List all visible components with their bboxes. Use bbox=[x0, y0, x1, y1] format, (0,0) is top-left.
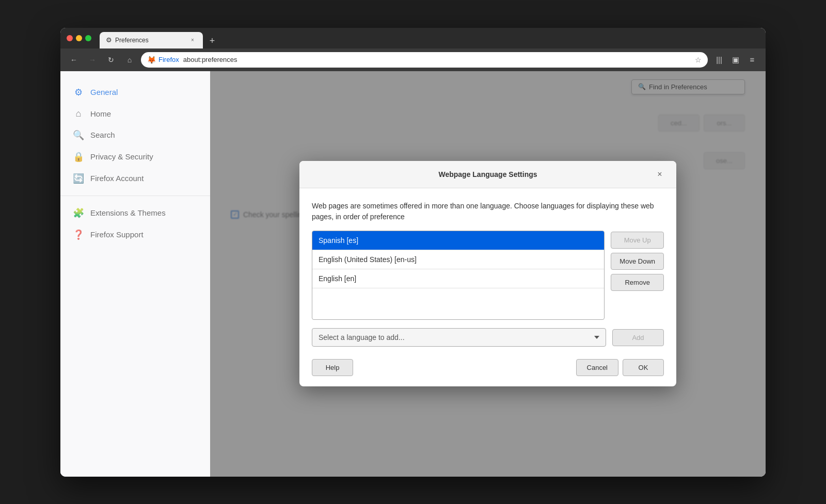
sidebar-label-support: Firefox Support bbox=[90, 230, 144, 239]
dialog-close-button[interactable]: × bbox=[654, 168, 666, 181]
bookmark-icon[interactable]: ☆ bbox=[695, 56, 702, 64]
home-icon: ⌂ bbox=[73, 108, 84, 119]
dialog-action-buttons: Move Up Move Down Remove bbox=[611, 231, 664, 320]
library-button[interactable]: ||| bbox=[712, 53, 726, 67]
language-item-en[interactable]: English [en] bbox=[312, 269, 604, 288]
sidebar-label-extensions: Extensions & Themes bbox=[90, 208, 166, 217]
forward-button[interactable]: → bbox=[85, 53, 100, 67]
language-list: Spanish [es] English (United States) [en… bbox=[312, 231, 605, 320]
new-tab-button[interactable]: + bbox=[205, 34, 219, 48]
help-button[interactable]: Help bbox=[312, 359, 353, 376]
dialog-main-area: Spanish [es] English (United States) [en… bbox=[312, 231, 664, 320]
sidebar-item-account[interactable]: 🔄 Firefox Account bbox=[60, 168, 210, 189]
dialog-header: Webpage Language Settings × bbox=[299, 161, 676, 188]
sidebar-item-extensions[interactable]: 🧩 Extensions & Themes bbox=[60, 202, 210, 224]
language-item-es[interactable]: Spanish [es] bbox=[312, 231, 604, 250]
address-url: about:preferences bbox=[183, 56, 237, 63]
dialog-body: Web pages are sometimes offered in more … bbox=[299, 188, 676, 359]
menu-button[interactable]: ≡ bbox=[745, 53, 759, 67]
puzzle-icon: 🧩 bbox=[73, 207, 84, 219]
dialog-footer-left: Help bbox=[312, 359, 353, 376]
nav-right-buttons: ||| ▣ ≡ bbox=[712, 53, 759, 67]
gear-icon: ⚙ bbox=[106, 36, 112, 44]
cancel-button[interactable]: Cancel bbox=[576, 359, 618, 376]
language-item-en-us[interactable]: English (United States) [en-us] bbox=[312, 250, 604, 269]
sidebar-label-search: Search bbox=[90, 131, 115, 139]
content-area: 🔍 Find in Preferences ced... ors... ose.… bbox=[210, 71, 766, 477]
browser-window: ⚙ Preferences × + ← → ↻ ⌂ 🦊 Firefox abou… bbox=[60, 28, 766, 477]
add-language-row: Select a language to add... Add bbox=[312, 328, 664, 347]
sidebar-label-privacy: Privacy & Security bbox=[90, 152, 153, 161]
nav-bar: ← → ↻ ⌂ 🦊 Firefox about:preferences ☆ ||… bbox=[60, 48, 766, 71]
move-down-button[interactable]: Move Down bbox=[611, 253, 664, 270]
webpage-language-settings-dialog: Webpage Language Settings × Web pages ar… bbox=[299, 161, 676, 386]
sidebar-item-privacy[interactable]: 🔒 Privacy & Security bbox=[60, 146, 210, 168]
gear-icon: ⚙ bbox=[73, 87, 84, 98]
add-button[interactable]: Add bbox=[612, 329, 664, 346]
sidebar-label-account: Firefox Account bbox=[90, 174, 144, 183]
sidebar-label-home: Home bbox=[90, 109, 111, 118]
sidebar-label-general: General bbox=[90, 88, 118, 96]
move-up-button[interactable]: Move Up bbox=[611, 232, 664, 249]
reload-button[interactable]: ↻ bbox=[104, 53, 118, 67]
dialog-overlay: Webpage Language Settings × Web pages ar… bbox=[210, 71, 766, 477]
sync-icon: 🔄 bbox=[73, 173, 84, 184]
dialog-description: Web pages are sometimes offered in more … bbox=[312, 201, 664, 222]
preferences-tab[interactable]: ⚙ Preferences × bbox=[100, 32, 203, 48]
dialog-footer: Help Cancel OK bbox=[299, 359, 676, 386]
sidebar-item-support[interactable]: ❓ Firefox Support bbox=[60, 224, 210, 246]
sidebar-button[interactable]: ▣ bbox=[728, 53, 743, 67]
dialog-footer-right: Cancel OK bbox=[576, 359, 664, 376]
sidebar-item-home[interactable]: ⌂ Home bbox=[60, 103, 210, 124]
search-icon: 🔍 bbox=[73, 129, 84, 141]
sidebar-item-search[interactable]: 🔍 Search bbox=[60, 124, 210, 146]
sidebar: ⚙ General ⌂ Home 🔍 Search 🔒 Privacy & Se… bbox=[60, 71, 210, 477]
back-button[interactable]: ← bbox=[67, 53, 81, 67]
maximize-window-button[interactable] bbox=[85, 35, 91, 41]
tab-title: Preferences bbox=[115, 37, 185, 44]
sidebar-divider bbox=[60, 196, 210, 196]
ok-button[interactable]: OK bbox=[623, 359, 664, 376]
address-bar[interactable]: 🦊 Firefox about:preferences ☆ bbox=[141, 52, 708, 68]
dialog-title: Webpage Language Settings bbox=[322, 170, 654, 178]
address-brand: Firefox bbox=[158, 56, 179, 63]
minimize-window-button[interactable] bbox=[76, 35, 82, 41]
title-bar: ⚙ Preferences × + bbox=[60, 28, 766, 48]
tabs-area: ⚙ Preferences × + bbox=[100, 28, 759, 48]
language-select[interactable]: Select a language to add... bbox=[312, 328, 606, 347]
remove-button[interactable]: Remove bbox=[611, 274, 664, 291]
sidebar-item-general[interactable]: ⚙ General bbox=[60, 82, 210, 103]
language-list-empty-space bbox=[312, 288, 604, 319]
question-icon: ❓ bbox=[73, 229, 84, 240]
tab-close-button[interactable]: × bbox=[188, 36, 197, 44]
lock-icon: 🔒 bbox=[73, 151, 84, 162]
traffic-lights bbox=[67, 35, 91, 41]
main-content: ⚙ General ⌂ Home 🔍 Search 🔒 Privacy & Se… bbox=[60, 71, 766, 477]
language-select-wrapper: Select a language to add... bbox=[312, 328, 606, 347]
firefox-logo-icon: 🦊 bbox=[147, 56, 155, 64]
home-button[interactable]: ⌂ bbox=[122, 53, 137, 67]
close-window-button[interactable] bbox=[67, 35, 73, 41]
